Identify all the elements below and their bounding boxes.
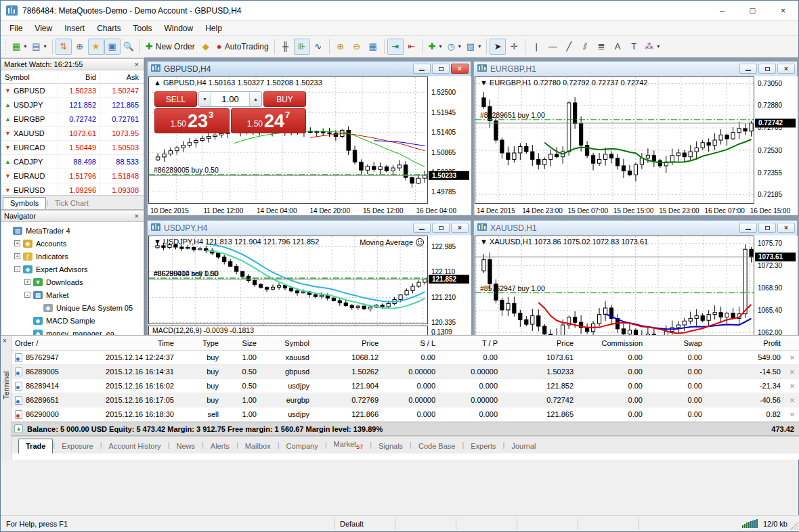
column-header-price[interactable]: Price [314, 339, 383, 347]
terminal-tab-market[interactable]: Market57 [327, 437, 370, 453]
minimize-button[interactable] [739, 223, 757, 233]
column-header-symbol[interactable]: Symbol [261, 339, 314, 347]
close-icon[interactable]: × [133, 212, 141, 220]
collapse-icon[interactable]: - [24, 292, 30, 298]
chart-window-titlebar[interactable]: EURGBP,H1× [474, 62, 797, 76]
tree-item-indicators[interactable]: +ƒIndicators [4, 250, 144, 263]
menu-charts[interactable]: Charts [91, 22, 127, 35]
candlestick-mode-button[interactable]: ⊪ [294, 39, 310, 55]
sell-button[interactable]: SELL [154, 91, 197, 107]
chart-window-gbpusd[interactable]: GBPUSD,H4×#86289005 buy 0.501.525001.519… [147, 61, 471, 215]
horizontal-line-button[interactable]: — [544, 39, 561, 55]
terminal-toggle-button[interactable]: ▣ [104, 39, 121, 55]
menu-help[interactable]: Help [199, 22, 228, 35]
restore-button[interactable] [432, 64, 450, 74]
menu-window[interactable]: Window [158, 22, 200, 35]
close-order-icon[interactable]: ✕ [785, 368, 799, 376]
close-icon[interactable]: × [133, 60, 141, 68]
terminal-tab-code-base[interactable]: Code Base [412, 439, 462, 453]
column-header-time[interactable]: Time [77, 339, 178, 347]
resize-grip[interactable] [790, 522, 798, 530]
arrows-button[interactable]: ⁂▾ [642, 39, 662, 55]
buy-button[interactable]: BUY [263, 91, 306, 107]
column-header-swap[interactable]: Swap [647, 339, 706, 347]
close-button[interactable]: × [777, 223, 795, 233]
minimize-button[interactable] [413, 223, 431, 233]
market-watch-row[interactable]: ▲EURGBP0.727420.72761 [1, 112, 144, 127]
column-header-symbol[interactable]: Symbol [1, 70, 58, 83]
status-profile[interactable]: Default [334, 518, 395, 529]
column-header-type[interactable]: Type [178, 339, 223, 347]
restore-button[interactable] [432, 223, 450, 233]
line-chart-mode-button[interactable]: ∿ [310, 39, 326, 55]
menu-view[interactable]: View [28, 22, 58, 35]
buy-price-display[interactable]: 1.50247 [231, 108, 306, 133]
column-header-profit[interactable]: Profit [706, 339, 785, 347]
bar-chart-mode-button[interactable]: ╫ [278, 39, 294, 55]
restore-button[interactable] [758, 223, 776, 233]
expand-icon[interactable]: + [24, 279, 30, 285]
chart-window-titlebar[interactable]: USDJPY,H4× [148, 221, 471, 235]
volume-value[interactable]: 1.00 [211, 92, 249, 106]
tree-item-accounts[interactable]: +◉Accounts [4, 237, 144, 250]
chart-canvas-eurgbp[interactable]: #86289651 buy 1.000.730500.728800.727050… [475, 76, 798, 215]
column-header-s-l[interactable]: S / L [383, 339, 439, 347]
menu-insert[interactable]: Insert [58, 22, 91, 35]
volume-decrease-button[interactable]: ▼ [199, 92, 211, 106]
chart-window-eurgbp[interactable]: EURGBP,H1×#86289651 buy 1.000.730500.728… [473, 61, 798, 215]
vertical-line-button[interactable]: | [528, 39, 544, 55]
chart-window-titlebar[interactable]: XAUUSD,H1× [474, 221, 797, 235]
tree-item-metatrader-4[interactable]: ▥MetaTrader 4 [4, 224, 144, 237]
toolbar-grip[interactable] [5, 39, 8, 55]
terminal-tab-signals[interactable]: Signals [372, 439, 410, 453]
fibonacci-button[interactable]: ≣ [593, 39, 609, 55]
column-header-commission[interactable]: Commission [578, 339, 647, 347]
close-button[interactable]: × [768, 1, 798, 21]
collapse-icon[interactable]: - [14, 266, 20, 272]
data-window-button[interactable]: ⊕ [72, 39, 88, 55]
terminal-tab-trade[interactable]: Trade [18, 439, 53, 453]
terminal-tab-mailbox[interactable]: Mailbox [238, 439, 278, 453]
tree-item-market[interactable]: -▦Market [4, 288, 144, 301]
maximize-button[interactable]: □ [737, 1, 768, 21]
zoom-in-button[interactable]: ⊕ [332, 39, 349, 55]
chart-shift-button[interactable]: ⇤ [404, 39, 420, 55]
market-watch-row[interactable]: ▲CADJPY88.49888.533 [1, 155, 144, 169]
market-watch-row[interactable]: ▲USDJPY121.852121.865 [1, 98, 144, 112]
tree-item-unique-eas-system-05[interactable]: ◆Unique EAs System 05 [4, 301, 144, 314]
terminal-tab-alerts[interactable]: Alerts [204, 439, 236, 453]
close-order-icon[interactable]: ✕ [785, 382, 799, 390]
market-watch-toggle-button[interactable]: ⇅ [56, 39, 72, 55]
expand-icon[interactable]: + [14, 240, 20, 246]
trendline-button[interactable]: ╱ [561, 39, 577, 55]
new-chart-button[interactable]: ▦▾ [9, 39, 29, 55]
indicators-button[interactable]: ✚▾ [426, 39, 445, 55]
expand-icon[interactable]: + [14, 253, 20, 259]
column-header-price[interactable]: Price [502, 339, 578, 347]
periods-button[interactable]: ◷▾ [445, 39, 464, 55]
zoom-out-button[interactable]: ⊖ [349, 39, 365, 55]
order-row[interactable]: 857629472015.12.14 12:24:37buy1.00xauusd… [12, 351, 799, 365]
crosshair-button[interactable]: ✛ [506, 39, 522, 55]
column-header-ask[interactable]: Ask [100, 70, 142, 83]
tile-windows-button[interactable]: ▦ [365, 39, 381, 55]
order-row[interactable]: 862900002015.12.16 16:18:30sell1.00usdjp… [12, 407, 799, 422]
close-button[interactable]: × [451, 64, 469, 74]
tree-item-macd-sample[interactable]: ◆MACD Sample [4, 314, 144, 327]
new-order-button[interactable]: ✚New Order [143, 39, 198, 55]
auto-scroll-button[interactable]: ⇥ [387, 39, 404, 55]
column-header-bid[interactable]: Bid [58, 70, 100, 83]
metaeditor-button[interactable]: ◆ [198, 39, 214, 55]
tree-item-expert-advisors[interactable]: -◆Expert Advisors [4, 263, 144, 275]
terminal-tab-company[interactable]: Company [280, 439, 325, 453]
order-row[interactable]: 862896512015.12.16 16:17:05buy1.00eurgbp… [12, 393, 799, 407]
market-watch-row[interactable]: ▼XAUUSD1073.611073.95 [1, 127, 144, 141]
minimize-button[interactable] [739, 64, 757, 74]
close-order-icon[interactable]: ✕ [785, 354, 799, 361]
autotrading-button[interactable]: ●AutoTrading [214, 39, 272, 55]
chart-window-titlebar[interactable]: GBPUSD,H4× [148, 62, 471, 76]
close-button[interactable]: × [777, 64, 795, 74]
menu-tools[interactable]: Tools [127, 22, 158, 35]
minimize-button[interactable]: – [707, 1, 737, 21]
close-button[interactable]: × [451, 223, 469, 233]
